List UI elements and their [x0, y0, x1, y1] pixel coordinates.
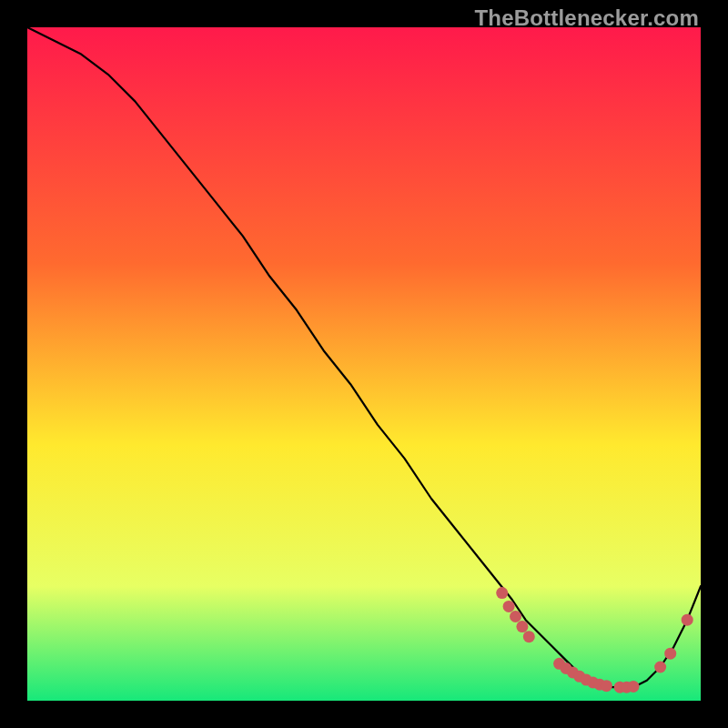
bottleneck-chart: [27, 27, 701, 701]
highlight-dot: [503, 601, 515, 612]
highlight-dot: [496, 587, 508, 599]
gradient-background: [27, 27, 701, 701]
highlight-dot: [682, 614, 693, 626]
highlight-dot: [510, 611, 521, 622]
highlight-dot: [601, 680, 612, 692]
highlight-dot: [516, 621, 528, 632]
chart-frame: [27, 27, 701, 701]
highlight-dot: [664, 648, 676, 660]
highlight-dot: [523, 631, 535, 642]
highlight-dot: [654, 662, 666, 673]
highlight-dot: [628, 681, 640, 693]
